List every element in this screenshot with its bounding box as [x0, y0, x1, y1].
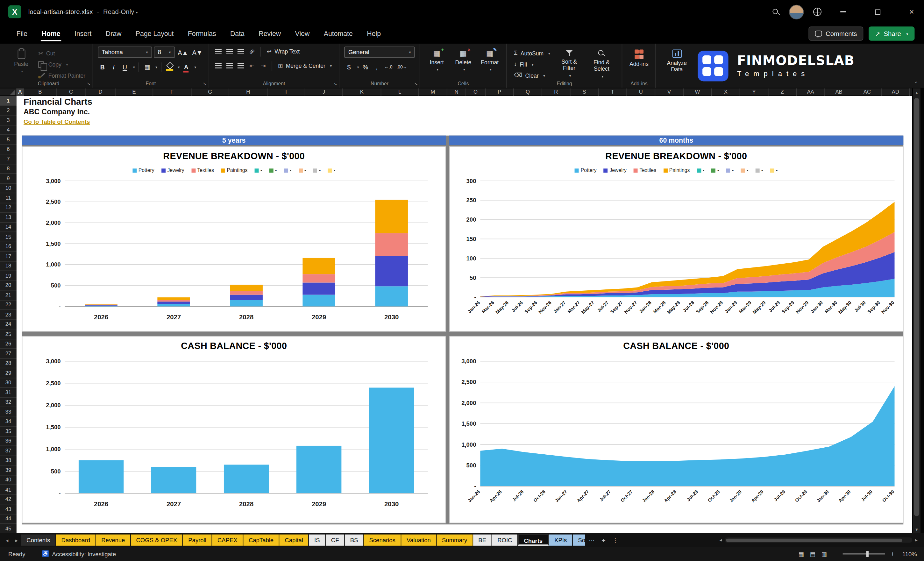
excel-app-icon[interactable]: X — [8, 5, 21, 18]
alignment-dialog-launcher[interactable]: ↘ — [333, 82, 337, 87]
menu-home[interactable]: Home — [34, 24, 68, 44]
fill-color-dropdown-icon[interactable]: ▾ — [178, 65, 180, 69]
fill-button[interactable]: ↓Fill▾ — [512, 60, 552, 69]
column-header-y[interactable]: Y — [740, 88, 769, 96]
sheet-tab-bs[interactable]: BS — [345, 535, 363, 546]
column-header-ac[interactable]: AC — [854, 88, 882, 96]
orientation-button[interactable]: ab — [248, 46, 257, 56]
column-header-s[interactable]: S — [571, 88, 599, 96]
more-sheets-button[interactable]: ⋯ — [586, 537, 598, 543]
number-format-select[interactable]: General▾ — [344, 46, 415, 58]
sheet-tab-cogs-opex[interactable]: COGS & OPEX — [131, 535, 183, 546]
merge-center-button[interactable]: ⊞Merge & Center▾ — [276, 61, 334, 70]
row-header-4[interactable]: 4 — [0, 125, 16, 135]
row-header-5[interactable]: 5 — [0, 135, 16, 145]
fill-color-button[interactable] — [165, 62, 174, 72]
row-header-39[interactable]: 39 — [0, 465, 16, 476]
maximize-button[interactable] — [865, 0, 890, 24]
sheet-tab-be[interactable]: BE — [473, 535, 492, 546]
column-header-a[interactable]: A — [16, 88, 24, 96]
align-right-button[interactable] — [236, 61, 246, 70]
column-header-x[interactable]: X — [712, 88, 740, 96]
column-header-f[interactable]: F — [153, 88, 191, 96]
italic-button[interactable]: I — [109, 62, 118, 72]
column-header-j[interactable]: J — [305, 88, 343, 96]
menu-data[interactable]: Data — [223, 24, 252, 44]
row-header-20[interactable]: 20 — [0, 281, 16, 291]
row-header-23[interactable]: 23 — [0, 310, 16, 320]
underline-dropdown-icon[interactable]: ▾ — [133, 65, 135, 69]
tabs-scroll-right-icon[interactable]: ▸ — [12, 537, 21, 543]
sheet-tab-capex[interactable]: CAPEX — [212, 535, 243, 546]
number-dialog-launcher[interactable]: ↘ — [414, 82, 418, 87]
page-layout-view-button[interactable]: ▤ — [810, 551, 815, 557]
column-header-t[interactable]: T — [598, 88, 627, 96]
menu-review[interactable]: Review — [252, 24, 288, 44]
column-header-r[interactable]: R — [542, 88, 571, 96]
sheet-tab-payroll[interactable]: Payroll — [183, 535, 212, 546]
horizontal-scroll-thumb[interactable] — [726, 538, 902, 542]
sheet-tab-scenarios[interactable]: Scenarios — [364, 535, 401, 546]
collapse-ribbon-icon[interactable]: ⌃ — [914, 81, 918, 86]
accounting-format-button[interactable]: $ — [344, 62, 354, 72]
column-header-b[interactable]: B — [24, 88, 57, 96]
column-header-g[interactable]: G — [192, 88, 229, 96]
increase-decimal-button[interactable]: ←.0 — [383, 62, 393, 72]
comments-button[interactable]: Comments — [808, 26, 863, 40]
row-header-22[interactable]: 22 — [0, 300, 16, 310]
sheet-tab-valuation[interactable]: Valuation — [401, 535, 436, 546]
row-header-7[interactable]: 7 — [0, 154, 16, 164]
row-header-19[interactable]: 19 — [0, 271, 16, 281]
bold-button[interactable]: B — [98, 62, 107, 72]
clipboard-dialog-launcher[interactable]: ↘ — [87, 82, 90, 87]
sheet-tab-contents[interactable]: Contents — [21, 535, 56, 546]
menu-help[interactable]: Help — [360, 24, 388, 44]
sheet-tab-summary[interactable]: Summary — [436, 535, 472, 546]
row-header-18[interactable]: 18 — [0, 261, 16, 271]
borders-button[interactable]: ▦ — [142, 62, 152, 72]
vertical-scroll-thumb[interactable] — [914, 98, 920, 516]
sort-filter-button[interactable]: Sort & Filter ▾ — [555, 46, 583, 80]
zoom-slider[interactable] — [843, 554, 885, 555]
row-header-42[interactable]: 42 — [0, 495, 16, 505]
row-header-27[interactable]: 27 — [0, 349, 16, 359]
column-header-h[interactable]: H — [229, 88, 267, 96]
sheet-tab-is[interactable]: IS — [309, 535, 325, 546]
sheet-tab-kpis[interactable]: KPIs — [549, 535, 572, 546]
sheet-tab-dashboard[interactable]: Dashboard — [56, 535, 96, 546]
row-header-26[interactable]: 26 — [0, 339, 16, 349]
column-header-v[interactable]: V — [655, 88, 684, 96]
row-header-1[interactable]: 1 — [0, 96, 16, 106]
column-header-m[interactable]: M — [419, 88, 447, 96]
column-header-c[interactable]: C — [57, 88, 86, 96]
row-header-2[interactable]: 2 — [0, 106, 16, 116]
font-color-button[interactable]: A — [182, 62, 191, 72]
row-header-36[interactable]: 36 — [0, 436, 16, 446]
sheet-canvas[interactable]: Financial Charts ABC Company Inc. Go to … — [16, 96, 912, 533]
horizontal-scrollbar[interactable]: ◂ ▸ — [717, 533, 924, 547]
row-header-43[interactable]: 43 — [0, 504, 16, 514]
find-select-button[interactable]: Find & Select ▾ — [586, 46, 617, 80]
wrap-text-button[interactable]: ↩Wrap Text — [264, 47, 302, 56]
zoom-slider-thumb[interactable] — [866, 551, 868, 557]
row-header-10[interactable]: 10 — [0, 184, 16, 194]
column-header-e[interactable]: E — [116, 88, 153, 96]
row-header-33[interactable]: 33 — [0, 407, 16, 417]
row-header-45[interactable]: 45 — [0, 524, 16, 533]
paste-button[interactable]: Paste ▾ — [9, 46, 33, 80]
column-header-o[interactable]: O — [466, 88, 486, 96]
column-header-aa[interactable]: AA — [796, 88, 825, 96]
row-header-24[interactable]: 24 — [0, 320, 16, 330]
close-button[interactable]: × — [899, 0, 924, 24]
column-header-l[interactable]: L — [381, 88, 419, 96]
decrease-indent-button[interactable]: ⇤ — [248, 61, 257, 70]
row-header-15[interactable]: 15 — [0, 232, 16, 242]
cut-button[interactable]: ✂Cut — [36, 48, 88, 58]
column-header-n[interactable]: N — [447, 88, 466, 96]
minimize-button[interactable] — [831, 0, 856, 24]
zoom-out-button[interactable]: − — [832, 550, 837, 558]
accessibility-checker[interactable]: ♿ Accessibility: Investigate — [42, 551, 116, 557]
format-cells-button[interactable]: ▦✎ Format ▾ — [478, 46, 501, 80]
chart-cash-balance-5-years[interactable]: CASH BALANCE - $'000 3,0002,5002,0001,50… — [22, 336, 446, 524]
row-header-3[interactable]: 3 — [0, 116, 16, 126]
